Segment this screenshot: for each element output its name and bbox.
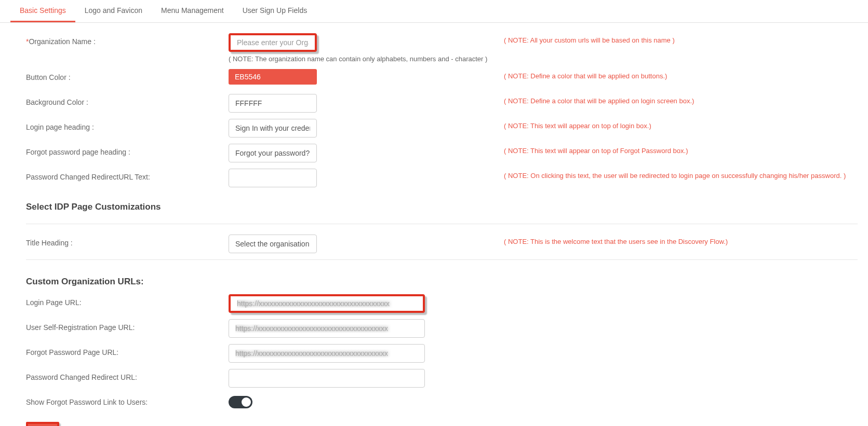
row-pwd-redirect-text: Password Changed RedirectURL Text: ( NOT…: [26, 169, 858, 187]
input-col-show-forgot: [229, 394, 504, 410]
input-col-org-name: ( NOTE: The organization name can contai…: [229, 33, 504, 63]
input-col-forgot-heading: [229, 144, 504, 162]
row-pwd-redirect-url: Password Changed Redirect URL:: [26, 369, 858, 388]
bg-color-input[interactable]: [229, 94, 317, 113]
title-heading-input[interactable]: [229, 235, 317, 253]
login-heading-input[interactable]: [229, 119, 317, 138]
tab-menu-management[interactable]: Menu Management: [152, 0, 233, 22]
forgot-heading-input[interactable]: [229, 144, 317, 162]
label-title-heading: Title Heading :: [26, 235, 229, 247]
label-login-heading: Login page heading :: [26, 119, 229, 131]
input-col-self-reg-url: [229, 319, 504, 338]
tab-bar: Basic Settings Logo and Favicon Menu Man…: [0, 0, 868, 23]
row-title-heading: Title Heading : ( NOTE: This is the welc…: [26, 235, 858, 253]
row-bg-color: Background Color : ( NOTE: Define a colo…: [26, 94, 858, 113]
label-login-url: Login Page URL:: [26, 294, 229, 307]
row-org-name: *Organization Name : ( NOTE: The organiz…: [26, 33, 858, 63]
input-col-button-color: EB5546: [229, 69, 504, 85]
button-color-picker[interactable]: EB5546: [229, 69, 317, 85]
section-idp-heading: Select IDP Page Customizations: [26, 202, 858, 224]
input-col-login-heading: [229, 119, 504, 138]
note-org-name: ( NOTE: All your custom urls will be bas…: [504, 33, 858, 44]
label-button-color: Button Color :: [26, 69, 229, 81]
content-area: *Organization Name : ( NOTE: The organiz…: [0, 23, 868, 426]
row-forgot-url: Forgot Password Page URL:: [26, 344, 858, 363]
row-login-url: Login Page URL:: [26, 294, 858, 313]
label-org-name: *Organization Name :: [26, 33, 229, 46]
note-button-color: ( NOTE: Define a color that will be appl…: [504, 69, 858, 80]
forgot-url-input[interactable]: [229, 344, 425, 363]
toggle-knob: [242, 397, 251, 407]
label-forgot-url: Forgot Password Page URL:: [26, 344, 229, 356]
label-show-forgot: Show Forgot Password Link to Users:: [26, 394, 229, 406]
org-name-subnote: ( NOTE: The organization name can contai…: [229, 55, 504, 63]
section-urls-heading: Custom Organization URLs:: [26, 277, 858, 287]
input-col-forgot-url: [229, 344, 504, 363]
login-url-input[interactable]: [229, 294, 425, 313]
row-show-forgot: Show Forgot Password Link to Users:: [26, 394, 858, 413]
note-forgot-heading: ( NOTE: This text will appear on top of …: [504, 144, 858, 155]
save-button[interactable]: Save: [26, 422, 59, 426]
action-bar: Save Reset Cancel: [26, 422, 858, 426]
input-col-bg-color: [229, 94, 504, 113]
row-self-reg-url: User Self-Registration Page URL:: [26, 319, 858, 338]
self-reg-url-input[interactable]: [229, 319, 425, 338]
row-button-color: Button Color : EB5546 ( NOTE: Define a c…: [26, 69, 858, 88]
input-col-pwd-redirect-url: [229, 369, 504, 388]
label-pwd-redirect-url: Password Changed Redirect URL:: [26, 369, 229, 381]
input-col-pwd-redirect-text: [229, 169, 504, 187]
label-self-reg-url: User Self-Registration Page URL:: [26, 319, 229, 332]
input-col-login-url: [229, 294, 504, 313]
note-pwd-redirect-text: ( NOTE: On clicking this text, the user …: [504, 169, 858, 180]
input-col-title-heading: [229, 235, 504, 253]
pwd-redirect-text-input[interactable]: [229, 169, 317, 187]
note-bg-color: ( NOTE: Define a color that will be appl…: [504, 94, 858, 105]
tab-logo-favicon[interactable]: Logo and Favicon: [75, 0, 152, 22]
row-login-heading: Login page heading : ( NOTE: This text w…: [26, 119, 858, 138]
label-pwd-redirect-text: Password Changed RedirectURL Text:: [26, 169, 229, 181]
tab-user-signup-fields[interactable]: User Sign Up Fields: [233, 0, 317, 22]
show-forgot-toggle[interactable]: [229, 396, 252, 408]
row-forgot-heading: Forgot password page heading : ( NOTE: T…: [26, 144, 858, 162]
org-name-input[interactable]: [229, 33, 317, 52]
label-forgot-heading: Forgot password page heading :: [26, 144, 229, 156]
tab-basic-settings[interactable]: Basic Settings: [10, 0, 75, 22]
label-bg-color: Background Color :: [26, 94, 229, 106]
note-title-heading: ( NOTE: This is the welcome text that th…: [504, 235, 858, 245]
pwd-redirect-url-input[interactable]: [229, 369, 425, 388]
note-login-heading: ( NOTE: This text will appear on top of …: [504, 119, 858, 130]
